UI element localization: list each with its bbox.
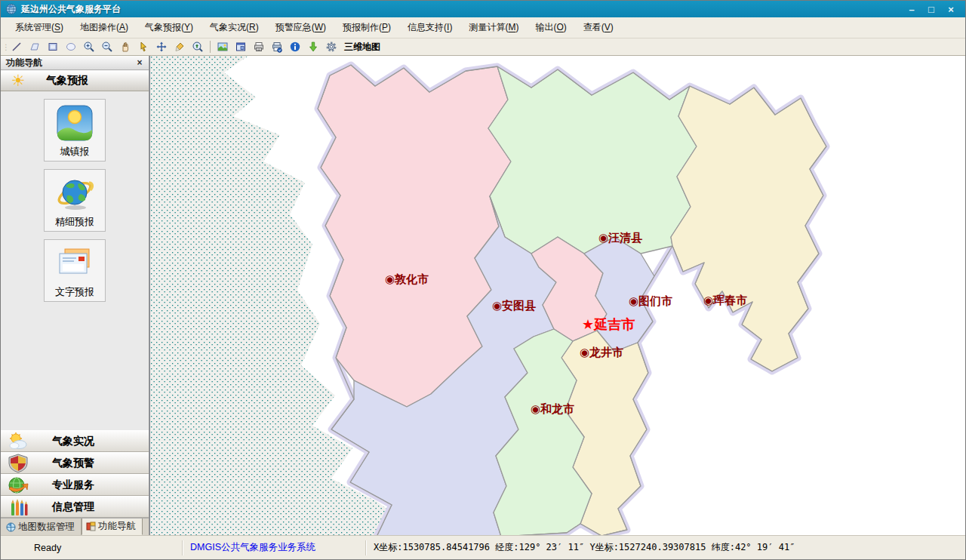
download-arrow-icon[interactable]: [305, 39, 321, 54]
print-icon[interactable]: [251, 39, 267, 54]
window-panel-icon: [86, 522, 96, 531]
close-button[interactable]: ×: [941, 4, 961, 15]
map-label-antu: ◉安图县: [492, 299, 536, 312]
nav-label: 信息管理: [52, 500, 94, 514]
nav-label: 专业服务: [52, 478, 94, 492]
color-pens-icon: [7, 497, 29, 517]
ellipse-tool-icon[interactable]: [63, 39, 79, 54]
toolbar-grip[interactable]: ⋮: [2, 43, 7, 51]
menu-bar: 系统管理(S) 地图操作(A) 气象预报(Y) 气象实况(R) 预警应急(W) …: [1, 17, 965, 38]
image-export-icon[interactable]: [214, 39, 231, 54]
tool-bar: ⋮ 三维地图: [1, 38, 965, 55]
nav-label: 气象预警: [52, 457, 94, 470]
menu-view[interactable]: 查看(V): [575, 18, 622, 37]
section-weather-forecast[interactable]: ☀ 气象预报: [1, 70, 149, 91]
line-tool-icon[interactable]: [8, 39, 25, 54]
globe-arrow-icon: [7, 475, 29, 495]
sun-cloud-icon: [7, 432, 29, 451]
map-region-hunchun[interactable]: [671, 86, 826, 371]
minimize-button[interactable]: –: [902, 4, 921, 15]
map-label-helong: ◉和龙市: [531, 402, 574, 415]
nav-info-management[interactable]: 信息管理: [1, 496, 149, 518]
pan-hand-icon[interactable]: [117, 39, 134, 54]
town-forecast-button[interactable]: 城镇报: [44, 99, 106, 162]
app-globe-icon: [5, 3, 17, 15]
map-3d-button[interactable]: 三维地图: [344, 41, 380, 54]
forecast-buttons: 城镇报 精细预报: [1, 91, 149, 430]
button-label: 城镇报: [60, 145, 90, 158]
function-nav-panel: 功能导航 × ☀ 气象预报: [1, 56, 149, 535]
toolbar-separator: [210, 41, 211, 53]
panel-header: 功能导航 ×: [1, 56, 149, 70]
tab-map-data-management[interactable]: 地图数据管理: [2, 518, 82, 535]
map-label-yanji: ★延吉市: [582, 317, 635, 332]
status-bar: Ready DMGIS公共气象服务业务系统 X坐标:1530785.845417…: [1, 535, 965, 559]
tab-label: 地图数据管理: [18, 521, 75, 534]
menu-weather-live[interactable]: 气象实况(R): [202, 18, 267, 37]
menu-system[interactable]: 系统管理(S): [7, 18, 72, 37]
menu-forecast-making[interactable]: 预报制作(P): [334, 18, 399, 37]
zoom-full-extent-icon[interactable]: [189, 39, 206, 54]
print-color-icon[interactable]: [269, 39, 285, 54]
nav-weather-live[interactable]: 气象实况: [1, 430, 149, 452]
map-data-globe-icon: [6, 522, 16, 532]
menu-output[interactable]: 输出(O): [527, 18, 574, 37]
button-label: 文字预报: [55, 285, 94, 299]
polygon-tool-icon[interactable]: [26, 39, 43, 54]
menu-info-support[interactable]: 信息支持(I): [399, 18, 460, 37]
tab-label: 功能导航: [98, 520, 136, 533]
text-forecast-mail-icon: [56, 245, 94, 282]
fine-forecast-globe-icon: [56, 174, 94, 212]
fine-forecast-button[interactable]: 精细预报: [44, 169, 106, 232]
tab-function-nav[interactable]: 功能导航: [82, 518, 143, 535]
zoom-in-icon[interactable]: [81, 39, 97, 54]
map-label-hunchun: ◉珲春市: [703, 294, 747, 306]
town-forecast-icon: [56, 104, 94, 142]
select-arrow-icon[interactable]: [135, 39, 152, 54]
map-label-dunhua: ◉敦化市: [385, 272, 429, 285]
menu-warning-emergency[interactable]: 预警应急(W): [267, 18, 334, 37]
brush-icon[interactable]: [171, 39, 188, 54]
map-label-longjing: ◉龙井市: [580, 346, 623, 358]
status-divider: [182, 540, 183, 555]
map-viewport[interactable]: ◉敦化市 ◉安图县 ◉汪清县 ◉图们市 ◉珲春市 ★延吉市 ◉龙井市 ◉和龙市: [149, 56, 965, 535]
menu-map-operation[interactable]: 地图操作(A): [72, 18, 137, 37]
map-label-tumen: ◉图们市: [629, 294, 672, 307]
status-divider: [365, 540, 366, 555]
section-title: 气象预报: [46, 74, 88, 88]
info-icon[interactable]: [287, 39, 303, 54]
settings-gear-icon[interactable]: [323, 39, 340, 54]
nav-groups: 气象实况 气象预警: [1, 430, 149, 518]
status-ready: Ready: [34, 543, 182, 553]
menu-measure-calc[interactable]: 测量计算(M): [460, 18, 527, 37]
title-bar: 延边州公共气象服务平台 – □ ×: [1, 1, 965, 17]
status-system-name: DMGIS公共气象服务业务系统: [190, 541, 365, 554]
window-view-icon[interactable]: [232, 39, 249, 54]
nav-label: 气象实况: [52, 435, 94, 448]
warning-shield-icon: [7, 454, 29, 473]
zoom-out-icon[interactable]: [99, 39, 115, 54]
button-label: 精细预报: [55, 215, 94, 229]
main-area: 功能导航 × ☀ 气象预报: [1, 55, 965, 535]
maximize-button[interactable]: □: [921, 4, 941, 15]
text-forecast-button[interactable]: 文字预报: [44, 239, 106, 302]
nav-professional-service[interactable]: 专业服务: [1, 474, 149, 496]
map-canvas[interactable]: ◉敦化市 ◉安图县 ◉汪清县 ◉图们市 ◉珲春市 ★延吉市 ◉龙井市 ◉和龙市: [150, 56, 965, 535]
map-label-wangqing: ◉汪清县: [598, 231, 642, 244]
panel-tabs: 地图数据管理 功能导航: [1, 518, 149, 535]
sun-icon: ☀: [7, 71, 29, 91]
app-window: 延边州公共气象服务平台 – □ × 系统管理(S) 地图操作(A) 气象预报(Y…: [0, 0, 966, 560]
window-title: 延边州公共气象服务平台: [21, 3, 902, 16]
move-cross-icon[interactable]: [153, 39, 170, 54]
menu-weather-forecast[interactable]: 气象预报(Y): [137, 18, 202, 37]
panel-close-icon[interactable]: ×: [134, 57, 146, 69]
rectangle-tool-icon[interactable]: [45, 39, 61, 54]
status-coordinates: X坐标:1530785.84541796 经度:129° 23′ 11″ Y坐标…: [374, 541, 965, 554]
nav-weather-warning[interactable]: 气象预警: [1, 452, 149, 474]
panel-title: 功能导航: [6, 57, 42, 69]
